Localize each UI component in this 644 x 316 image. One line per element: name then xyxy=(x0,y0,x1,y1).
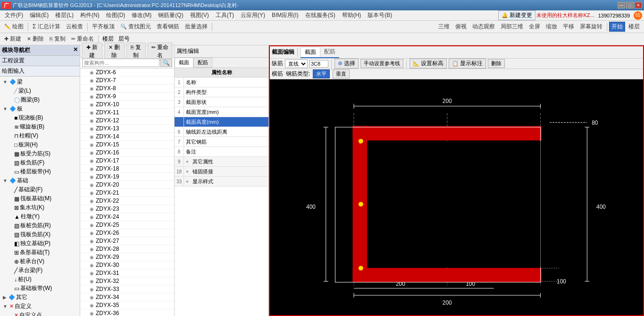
tb-view-rebar[interactable]: 查看钢筋 xyxy=(154,22,182,32)
tree-custom-point[interactable]: ✕ 自定义点 xyxy=(5,311,79,316)
tb-rotate[interactable]: 屏幕旋转 xyxy=(577,22,605,32)
list-item[interactable]: ◉ZDYX-23 xyxy=(80,205,174,213)
menu-help[interactable]: 帮助(H) xyxy=(339,11,364,20)
tb-dynamic-view[interactable]: 动态观察 xyxy=(470,22,497,32)
tb-start[interactable]: 开始 xyxy=(609,22,625,32)
list-item[interactable]: ◉ZDYX-8 xyxy=(80,85,174,93)
show-mark-btn[interactable]: 📋 显示标注 xyxy=(449,59,486,68)
tree-spiral-slab[interactable]: ≋ 螺旋板(B) xyxy=(5,122,79,131)
horizontal-btn[interactable]: 水平 xyxy=(313,69,330,78)
list-item[interactable]: ◉ZDYX-29 xyxy=(80,253,174,261)
tb2-new[interactable]: ✚ 新建 xyxy=(2,34,24,44)
list-item[interactable]: ◉ZDYX-31 xyxy=(80,269,174,277)
list-item[interactable]: ◉ZDYX-27 xyxy=(80,237,174,245)
tb-find-element[interactable]: 🔍 查找图元 xyxy=(118,22,153,32)
tree-ring-beam[interactable]: ◯ 圈梁(B) xyxy=(5,95,79,104)
list-item[interactable]: ◉ZDYX-15 xyxy=(80,141,174,149)
tb-floor[interactable]: 楼层 xyxy=(626,22,642,32)
list-item[interactable]: ◉ZDYX-34 xyxy=(80,293,174,301)
tb-local-3d[interactable]: 局部三维 xyxy=(498,22,526,32)
list-item[interactable]: ◉ZDYX-25 xyxy=(80,221,174,229)
manual-ref-btn[interactable]: 手动设置参考线 xyxy=(360,59,403,68)
tree-pile[interactable]: ↓ 桩(U) xyxy=(5,275,79,284)
tree-sump[interactable]: ⊠ 集水坑(K) xyxy=(5,203,79,212)
tree-custom-group[interactable]: ▼ ✕ 自定义 xyxy=(1,302,79,311)
list-item[interactable]: ◉ZDYX-16 xyxy=(80,149,174,157)
tree-cast-slab[interactable]: ■ 现浇板(B) xyxy=(5,113,79,122)
search-input[interactable] xyxy=(82,59,159,67)
list-item[interactable]: ◉ZDYX-17 xyxy=(80,157,174,165)
tree-slab-group[interactable]: ▼ 🔷 板 xyxy=(1,104,79,113)
set-height-btn[interactable]: 📐 设置标高 xyxy=(410,59,447,68)
delete-btn[interactable]: 删除 xyxy=(488,59,505,68)
menu-floor[interactable]: 楼层(L) xyxy=(52,11,76,20)
menu-edit[interactable]: 编辑(E) xyxy=(27,11,51,20)
tree-slab-hole[interactable]: □ 板洞(H) xyxy=(5,140,79,149)
list-item[interactable]: ◉ZDYX-32 xyxy=(80,277,174,285)
minimize-button[interactable]: — xyxy=(618,2,625,9)
menu-file[interactable]: 文件(F) xyxy=(2,11,26,20)
tree-strip-found[interactable]: ⊞ 条形基础(T) xyxy=(5,248,79,257)
tree-found-group[interactable]: ▼ 🔷 基础 xyxy=(1,176,79,185)
list-item[interactable]: ◉ZDYX-7 xyxy=(80,77,174,85)
tb-align-top[interactable]: 平齐板顶 xyxy=(90,22,117,32)
list-item[interactable]: ◉ZDYX-20 xyxy=(80,181,174,189)
menu-cloud[interactable]: 云应用(Y) xyxy=(238,11,268,20)
tb-cloud-check[interactable]: 云检查 xyxy=(64,22,85,32)
menu-version[interactable]: 版本号(B) xyxy=(365,11,395,20)
tb-fullscreen[interactable]: 全屏 xyxy=(527,22,543,32)
list-item[interactable]: ◉ZDYX-19 xyxy=(80,173,174,181)
list-item[interactable]: ◉ZDYX-22 xyxy=(80,197,174,205)
tb2-delete[interactable]: ✕ 删除 xyxy=(25,34,46,44)
tree-beam-group[interactable]: ▼ 🔷 梁 xyxy=(1,77,79,86)
tb-calc[interactable]: Σ 汇总计算 xyxy=(30,22,63,32)
list-item[interactable]: ◉ZDYX-30 xyxy=(80,261,174,269)
tree-other-group[interactable]: ▶ 🔷 其它 xyxy=(1,293,79,302)
draw-input-link[interactable]: 绘图输入 xyxy=(2,68,25,74)
tree-raft[interactable]: ▦ 筏板基础(M) xyxy=(5,194,79,203)
rebar-value-input[interactable] xyxy=(309,60,328,68)
close-button[interactable]: ✕ xyxy=(635,2,642,9)
menu-rebar[interactable]: 钢筋量(Q) xyxy=(155,11,186,20)
tree-raft-neg[interactable]: ▨ 筏板负筋(X) xyxy=(5,230,79,239)
tree-beam-l[interactable]: ╱ 梁(L) xyxy=(5,86,79,95)
tb2-copy[interactable]: ⎘ 复制 xyxy=(47,34,68,44)
tree-found-beam[interactable]: ╱ 基础梁(F) xyxy=(5,185,79,194)
tree-cap-beam[interactable]: ╱ 承台梁(F) xyxy=(5,266,79,275)
list-item[interactable]: ◉ZDYX-36 xyxy=(80,309,174,316)
tree-slab-rebar[interactable]: ▦ 板受力筋(S) xyxy=(5,149,79,158)
list-item[interactable]: ◉ZDYX-33 xyxy=(80,285,174,293)
menu-online[interactable]: 在线服务(S) xyxy=(302,11,338,20)
menu-draw[interactable]: 绘图(D) xyxy=(103,11,128,20)
list-item[interactable]: ◉ZDYX-35 xyxy=(80,301,174,309)
menu-element[interactable]: 构件(N) xyxy=(77,11,102,20)
list-item[interactable]: ◉ZDYX-24 xyxy=(80,213,174,221)
list-item[interactable]: ◉ZDYX-21 xyxy=(80,189,174,197)
list-item[interactable]: ◉ZDYX-28 xyxy=(80,245,174,253)
tb-draw[interactable]: ✏️ 绘图 xyxy=(2,22,26,32)
canvas-tab-rebar[interactable]: 配筋 xyxy=(320,47,339,57)
tab-section[interactable]: 截面 xyxy=(175,58,193,68)
tree-found-band[interactable]: ▭ 基础板带(W) xyxy=(5,284,79,293)
list-item[interactable]: ◉ZDYX-9 xyxy=(80,93,174,101)
tree-col-pier[interactable]: ▲ 柱墩(Y) xyxy=(5,212,79,221)
vertical-btn[interactable]: 垂直 xyxy=(333,69,350,78)
canvas-tab-section[interactable]: 截面 xyxy=(301,47,320,57)
tree-col-cap[interactable]: ⊓ 柱帽(V) xyxy=(5,131,79,140)
search-button[interactable]: 🔍 xyxy=(160,59,172,67)
list-item[interactable]: ◉ZDYX-12 xyxy=(80,117,174,125)
tree-pile-cap[interactable]: ⊕ 桩承台(V) xyxy=(5,257,79,266)
menu-tools[interactable]: 工具(T) xyxy=(213,11,237,20)
menu-view[interactable]: 视图(V) xyxy=(187,11,212,20)
tb-batch-select[interactable]: 批量选择 xyxy=(183,22,210,32)
select-btn[interactable]: ⊕ 选择 xyxy=(335,59,359,68)
tree-floor-band[interactable]: ▭ 楼层板带(H) xyxy=(5,167,79,176)
new-change-btn[interactable]: 🔔 新建变更 xyxy=(498,10,535,20)
list-item[interactable]: ◉ZDYX-18 xyxy=(80,165,174,173)
line-type-select[interactable]: 直线 xyxy=(285,60,308,68)
list-item[interactable]: ◉ZDYX-10 xyxy=(80,101,174,109)
list-item[interactable]: ◉ZDYX-6 xyxy=(80,68,174,77)
list-item[interactable]: ◉ZDYX-11 xyxy=(80,109,174,117)
menu-bim[interactable]: BIM应用(I) xyxy=(269,11,301,20)
tree-slab-neg[interactable]: ▧ 板负筋(F) xyxy=(5,158,79,167)
